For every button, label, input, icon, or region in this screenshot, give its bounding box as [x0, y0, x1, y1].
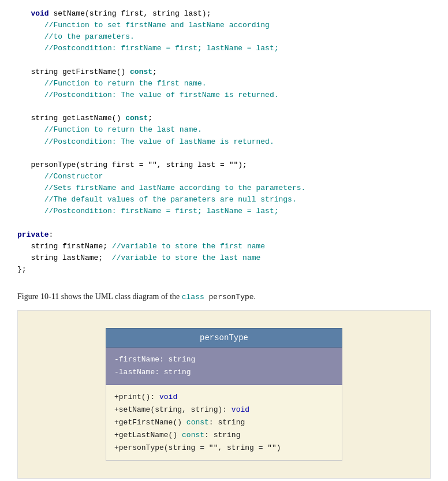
prose-class-keyword: class — [182, 293, 204, 301]
method-const-2: const — [182, 431, 204, 439]
code-line: void setName(string first, string last); — [17, 8, 431, 20]
code-text: string lastName; — [31, 253, 111, 262]
prose-paragraph: Figure 10-11 shows the UML class diagram… — [17, 290, 431, 303]
uml-diagram-container: personType -firstName: string -lastName:… — [17, 310, 431, 479]
comment: //Postcondition: firstName = first; last… — [44, 44, 279, 53]
code-line: string getLastName() const; — [17, 113, 431, 124]
code-line: string getFirstName() const; — [17, 66, 431, 78]
code-text: string firstName; — [31, 242, 111, 251]
uml-attributes-row: -firstName: string -lastName: string — [106, 347, 342, 385]
code-line: //Postcondition: The value of firstName … — [17, 90, 431, 101]
method-const-1: const — [186, 418, 209, 427]
code-line — [17, 55, 431, 66]
keyword-void: void — [31, 9, 48, 18]
uml-attr-2: -lastName: string — [114, 368, 191, 376]
code-text: string getLastName() — [31, 114, 125, 122]
comment: //Postcondition: The value of lastName i… — [44, 137, 274, 146]
code-line: //Function to return the first name. — [17, 78, 431, 90]
comment: //Postcondition: The value of firstName … — [44, 91, 279, 99]
code-line — [17, 148, 431, 159]
comment: //Sets firstName and lastName according … — [44, 184, 305, 192]
code-line: //Constructor — [17, 171, 431, 182]
code-line: //Postcondition: The value of lastName i… — [17, 136, 431, 148]
code-line — [17, 101, 431, 113]
comment: //Function to return the last name. — [44, 125, 202, 134]
uml-class-name: personType — [106, 328, 342, 347]
uml-attributes-cell: -firstName: string -lastName: string — [106, 347, 342, 385]
uml-methods-cell: +print(): void +setName(string, string):… — [106, 385, 342, 460]
uml-method-1: +print(): void — [114, 393, 177, 401]
uml-method-3: +getFirstName() const: string — [114, 418, 245, 427]
uml-method-4: +getLastName() const: string — [114, 431, 240, 439]
code-line: }; — [17, 264, 431, 275]
comment: //Constructor — [44, 172, 103, 181]
code-line: //to the parameters. — [17, 31, 431, 43]
comment: //to the parameters. — [44, 32, 135, 41]
uml-table: personType -firstName: string -lastName:… — [106, 328, 342, 461]
code-line: personType(string first = "", string las… — [17, 159, 431, 171]
prose-class-name: personType — [204, 293, 254, 301]
code-line: //Function to set firstName and lastName… — [17, 20, 431, 31]
keyword-const: const — [130, 68, 152, 76]
comment: //Function to set firstName and lastName… — [44, 21, 270, 29]
page-content: void setName(string first, string last);… — [0, 0, 448, 481]
prose-text-1: Figure 10-11 shows the UML class diagram… — [17, 292, 182, 301]
code-line: //Postcondition: firstName = first; last… — [17, 206, 431, 217]
method-return-void: void — [159, 393, 177, 401]
code-text: setName(string first, string last); — [49, 9, 211, 18]
code-line: //The default values of the parameters a… — [17, 194, 431, 206]
prose-text-2: . — [254, 292, 256, 301]
keyword-private: private — [17, 230, 49, 239]
code-text: }; — [17, 265, 27, 274]
code-text: personType(string first = "", string las… — [31, 161, 247, 169]
code-line: //Sets firstName and lastName according … — [17, 182, 431, 194]
code-line: string firstName; //variable to store th… — [17, 241, 431, 252]
code-line: private: — [17, 229, 431, 241]
code-text: string getFirstName() — [31, 68, 130, 76]
method-return-void-2: void — [232, 405, 249, 414]
code-text: ; — [152, 68, 157, 76]
code-block: void setName(string first, string last);… — [17, 6, 431, 282]
uml-attr-1: -firstName: string — [114, 355, 195, 364]
comment: //Function to return the first name. — [44, 79, 207, 88]
code-line: string lastName; //variable to store the… — [17, 252, 431, 264]
keyword-const: const — [125, 114, 148, 122]
code-text: ; — [148, 114, 152, 122]
comment: //The default values of the parameters a… — [44, 195, 297, 204]
code-text: : — [49, 230, 54, 239]
comment: //Postcondition: firstName = first; last… — [44, 207, 279, 215]
code-line: //Function to return the last name. — [17, 124, 431, 136]
comment: //variable to store the first name — [112, 242, 265, 251]
comment: //variable to store the last name — [112, 253, 260, 262]
code-line — [17, 218, 431, 229]
uml-method-5: +personType(string = "", string = "") — [114, 443, 281, 452]
uml-method-2: +setName(string, string): void — [114, 405, 249, 414]
code-line: //Postcondition: firstName = first; last… — [17, 43, 431, 54]
uml-header-row: personType — [106, 328, 342, 347]
uml-methods-row: +print(): void +setName(string, string):… — [106, 385, 342, 460]
